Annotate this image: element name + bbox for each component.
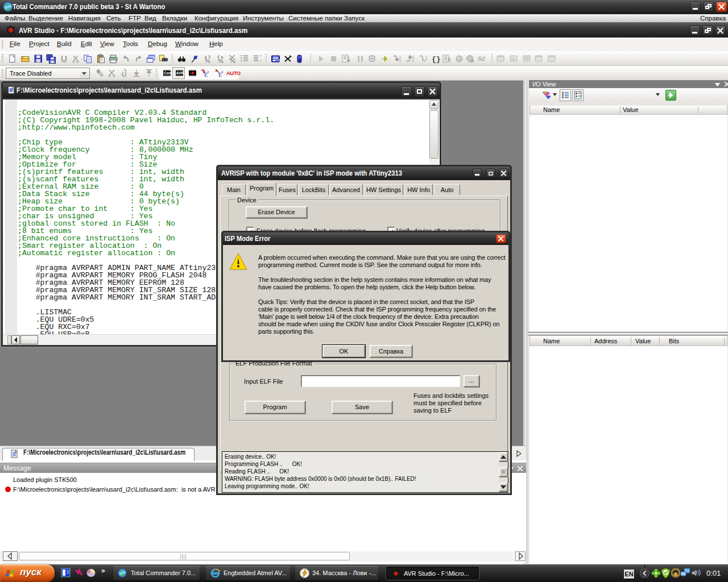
svg-text:ox: ox [511, 57, 515, 61]
svg-text:AVR: AVR [276, 59, 281, 62]
svg-text:6d: 6d [478, 55, 485, 62]
svg-text:2: 2 [221, 70, 224, 74]
svg-text:{}: {} [432, 55, 440, 64]
svg-text:AVR: AVR [176, 71, 184, 75]
svg-text:AUTO: AUTO [226, 70, 241, 76]
svg-text:2: 2 [207, 70, 209, 74]
svg-text:Con: Con [164, 71, 171, 75]
svg-text:T: T [121, 73, 122, 77]
